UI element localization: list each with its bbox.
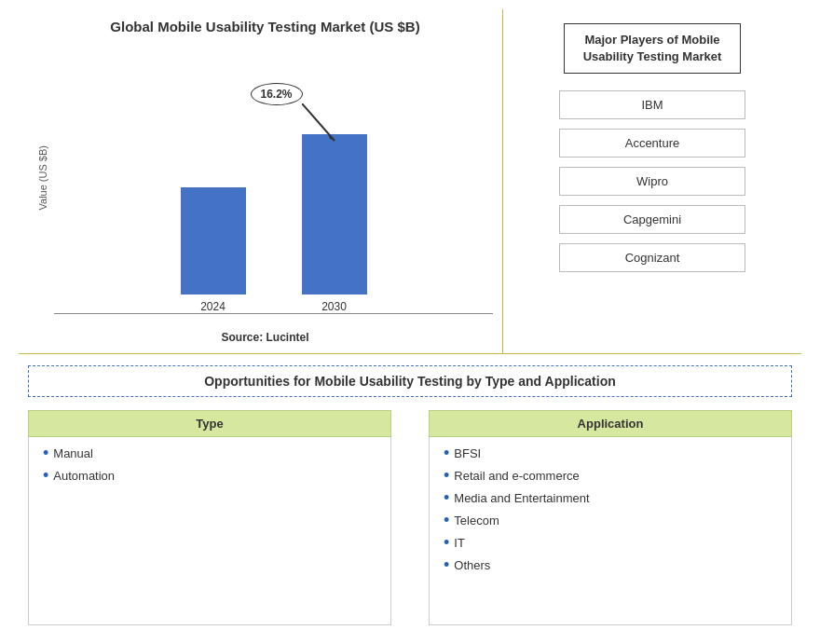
bar-label-2024: 2024 <box>200 300 226 313</box>
bullet-telecom: • <box>444 512 449 528</box>
chart-inner: 2024 16.2% <box>54 42 493 314</box>
player-item-wipro: Wipro <box>559 167 745 196</box>
app-item-media-text: Media and Entertainment <box>454 491 589 505</box>
type-body: • Manual • Automation <box>28 437 391 625</box>
type-item-automation-text: Automation <box>53 469 115 483</box>
type-item-automation: • Automation <box>43 469 376 484</box>
app-item-media: • Media and Entertainment <box>444 491 777 506</box>
player-item-cognizant: Cognizant <box>559 243 745 272</box>
players-area: Major Players of Mobile Usability Testin… <box>503 9 801 353</box>
application-column: Application • BFSI • Retail and e-commer… <box>429 410 792 625</box>
app-item-bfsi: • BFSI <box>444 446 777 461</box>
svg-line-0 <box>302 103 335 141</box>
y-axis-label: Value (US $B) <box>37 145 48 211</box>
bars-container: 2024 16.2% <box>54 42 493 313</box>
chart-wrapper: Value (US $B) 2024 16 <box>37 42 493 323</box>
bullet-media: • <box>444 489 449 506</box>
type-header: Type <box>28 410 391 437</box>
main-container: Global Mobile Usability Testing Market (… <box>0 0 820 644</box>
player-item-capgemini: Capgemini <box>559 205 745 234</box>
bottom-title: Opportunities for Mobile Usability Testi… <box>28 365 792 397</box>
bar-group-2030: 16.2% 2030 <box>302 134 367 313</box>
players-title-line2: Usability Testing Market <box>583 49 722 63</box>
callout-bubble: 16.2% <box>251 83 303 105</box>
app-item-bfsi-text: BFSI <box>454 446 481 460</box>
type-item-manual: • Manual <box>43 446 376 461</box>
bullet-it: • <box>444 534 449 551</box>
type-column: Type • Manual • Automation <box>28 410 391 625</box>
players-title: Major Players of Mobile Usability Testin… <box>564 23 742 74</box>
app-item-it-text: IT <box>454 536 465 550</box>
bar-2024 <box>181 187 246 295</box>
callout-value: 16.2% <box>261 88 293 101</box>
app-item-it: • IT <box>444 536 777 551</box>
bar-2030 <box>302 134 367 295</box>
top-section: Global Mobile Usability Testing Market (… <box>19 9 801 354</box>
application-body: • BFSI • Retail and e-commerce • Media a… <box>429 437 792 625</box>
bullet-bfsi: • <box>444 445 449 461</box>
source-text: Source: Lucintel <box>221 331 308 344</box>
chart-area: Global Mobile Usability Testing Market (… <box>19 9 503 353</box>
app-item-others: • Others <box>444 558 777 573</box>
app-item-telecom-text: Telecom <box>454 514 499 528</box>
players-title-line1: Major Players of Mobile <box>584 33 719 47</box>
callout-arrow <box>302 103 367 150</box>
app-item-retail: • Retail and e-commerce <box>444 469 777 484</box>
app-item-others-text: Others <box>454 558 490 572</box>
type-item-manual-text: Manual <box>53 446 93 460</box>
player-item-accenture: Accenture <box>559 129 745 158</box>
application-header: Application <box>429 410 792 437</box>
bar-label-2030: 2030 <box>321 300 347 313</box>
bottom-section: Opportunities for Mobile Usability Testi… <box>19 354 801 635</box>
app-item-telecom: • Telecom <box>444 514 777 528</box>
bullet-retail: • <box>444 467 449 484</box>
app-item-retail-text: Retail and e-commerce <box>454 469 579 483</box>
bottom-content: Type • Manual • Automation Application <box>28 410 792 625</box>
chart-title: Global Mobile Usability Testing Market (… <box>110 19 419 34</box>
bullet-manual: • <box>43 445 48 461</box>
bar-group-2024: 2024 <box>181 187 246 313</box>
bullet-others: • <box>444 556 449 573</box>
x-axis-line <box>54 313 493 315</box>
bullet-automation: • <box>43 467 48 484</box>
player-item-ibm: IBM <box>559 90 745 119</box>
